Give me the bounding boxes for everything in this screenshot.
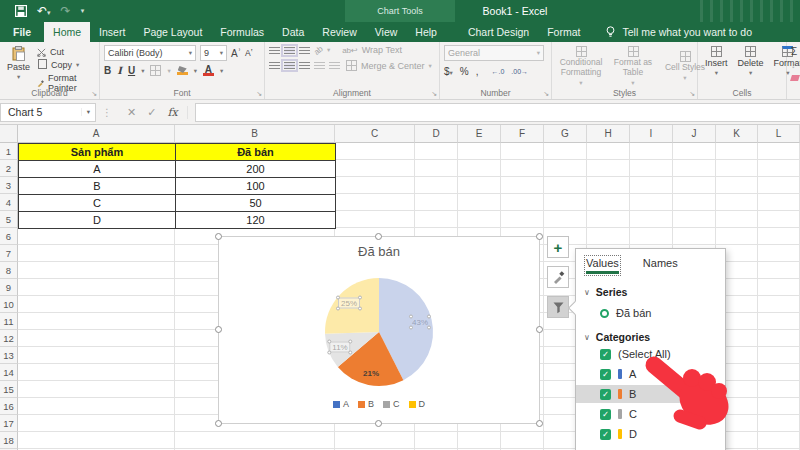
merge-center-button[interactable]: Merge & Center▾	[346, 60, 432, 71]
table-cell[interactable]: 50	[176, 195, 336, 212]
cut-button[interactable]: Cut	[37, 47, 95, 57]
tab-page-layout[interactable]: Page Layout	[134, 22, 211, 42]
row-header-2[interactable]: 2	[0, 160, 18, 177]
name-box-dropdown[interactable]: ▾	[81, 108, 95, 116]
row-header-6[interactable]: 6	[0, 228, 18, 245]
row-header-18[interactable]: 18	[0, 432, 18, 449]
styles-dialog-launcher[interactable]: ↘	[689, 90, 695, 98]
paste-dropdown[interactable]: ▾	[17, 73, 20, 81]
row-header-7[interactable]: 7	[0, 245, 18, 262]
tab-insert[interactable]: Insert	[90, 22, 134, 42]
series-section-header[interactable]: ∨Series	[584, 286, 725, 298]
tab-chart-design[interactable]: Chart Design	[459, 22, 538, 42]
select-all-corner[interactable]	[0, 125, 18, 143]
row-header-4[interactable]: 4	[0, 194, 18, 211]
number-dialog-launcher[interactable]: ↘	[543, 90, 549, 98]
checkbox-checked-icon[interactable]: ✓	[600, 409, 611, 420]
font-family-select[interactable]: Calibri (Body)▾	[104, 45, 196, 61]
align-bottom-icon[interactable]	[299, 47, 310, 54]
column-header-F[interactable]: F	[501, 125, 544, 143]
row-header-11[interactable]: 11	[0, 313, 18, 330]
tell-me-box[interactable]: Tell me what you want to do	[605, 22, 752, 42]
table-cell[interactable]: 100	[176, 178, 336, 195]
fill-color-button[interactable]	[177, 66, 188, 75]
font-color-button[interactable]: A	[203, 66, 214, 76]
legend-item-A[interactable]: A	[333, 399, 349, 409]
column-header-J[interactable]: J	[673, 125, 716, 143]
tab-names[interactable]: Names	[643, 257, 678, 274]
column-header-C[interactable]: C	[335, 125, 415, 143]
table-header-cell[interactable]: Đã bán	[176, 144, 336, 161]
tab-format[interactable]: Format	[538, 22, 589, 42]
underline-button[interactable]: U	[128, 65, 135, 76]
series-item[interactable]: Đã bán	[600, 307, 725, 319]
orientation-icon[interactable]: ab	[312, 44, 325, 57]
insert-cells-button[interactable]: Insert▾	[702, 45, 731, 78]
tab-home[interactable]: Home	[44, 22, 90, 42]
comma-style-button[interactable]: ,	[476, 66, 479, 77]
increase-decimal-button[interactable]: ←.0	[492, 68, 505, 75]
grow-font-button[interactable]: Aʾ	[231, 48, 241, 59]
fill-button[interactable]: ↓Fill	[791, 60, 800, 70]
chart-handle-top[interactable]	[375, 233, 382, 240]
row-header-5[interactable]: 5	[0, 211, 18, 228]
chart-area[interactable]: Đã bán 43%21%11%25% ABCD	[218, 236, 540, 424]
column-header-D[interactable]: D	[415, 125, 458, 143]
accounting-format-button[interactable]: $▾	[444, 66, 453, 77]
percent-style-button[interactable]: %	[460, 66, 469, 77]
table-cell[interactable]: B	[19, 178, 176, 195]
cancel-icon[interactable]: ✕	[127, 106, 136, 119]
checkbox-checked-icon[interactable]: ✓	[600, 349, 611, 360]
tab-data[interactable]: Data	[273, 22, 313, 42]
legend-item-B[interactable]: B	[358, 399, 374, 409]
increase-indent-icon[interactable]	[329, 62, 340, 69]
row-header-9[interactable]: 9	[0, 279, 18, 296]
table-cell[interactable]: A	[19, 161, 176, 178]
clipboard-dialog-launcher[interactable]: ↘	[91, 90, 97, 98]
row-header-8[interactable]: 8	[0, 262, 18, 279]
align-top-icon[interactable]	[269, 47, 280, 54]
align-center-icon[interactable]	[284, 62, 295, 69]
shrink-font-button[interactable]: Aʽ	[245, 48, 253, 58]
format-as-table-button[interactable]: Format as Table▾	[608, 45, 658, 88]
font-dialog-launcher[interactable]: ↘	[256, 90, 262, 98]
column-header-L[interactable]: L	[758, 125, 800, 143]
chart-handle-top-left[interactable]	[215, 233, 222, 240]
chart-handle-bottom-left[interactable]	[215, 420, 222, 427]
chart-title[interactable]: Đã bán	[219, 244, 539, 259]
italic-button[interactable]: I	[117, 65, 122, 76]
pie-data-label-B[interactable]: 21%	[363, 369, 379, 378]
tab-review[interactable]: Review	[313, 22, 365, 42]
conditional-formatting-button[interactable]: Conditional Formatting▾	[556, 45, 606, 88]
row-header-1[interactable]: 1	[0, 143, 18, 160]
row-header-13[interactable]: 13	[0, 347, 18, 364]
checkbox-checked-icon[interactable]: ✓	[600, 429, 611, 440]
chart-legend[interactable]: ABCD	[219, 399, 539, 409]
chart-handle-bottom-right[interactable]	[536, 420, 543, 427]
column-header-E[interactable]: E	[458, 125, 501, 143]
chart-handle-bottom[interactable]	[375, 420, 382, 427]
chart-handle-left[interactable]	[215, 326, 222, 333]
column-header-G[interactable]: G	[544, 125, 587, 143]
row-header-17[interactable]: 17	[0, 415, 18, 432]
tab-formulas[interactable]: Formulas	[211, 22, 273, 42]
borders-icon[interactable]	[150, 65, 161, 76]
tab-values[interactable]: Values	[586, 257, 619, 274]
formula-input[interactable]	[195, 103, 800, 122]
column-header-A[interactable]: A	[18, 125, 175, 143]
clear-button[interactable]: Clea	[791, 73, 800, 83]
copy-button[interactable]: Copy▾	[37, 60, 95, 70]
checkbox-checked-icon[interactable]: ✓	[600, 369, 611, 380]
align-middle-icon[interactable]	[284, 47, 295, 54]
column-header-H[interactable]: H	[587, 125, 630, 143]
chart-elements-button[interactable]: +	[547, 236, 569, 258]
number-format-select[interactable]: General▾	[444, 45, 544, 61]
qat-customize-icon[interactable]: ▾	[81, 7, 85, 15]
table-cell[interactable]: 120	[176, 212, 336, 229]
chart-filters-button[interactable]	[547, 296, 569, 318]
row-header-16[interactable]: 16	[0, 398, 18, 415]
chart-handle-top-right[interactable]	[536, 233, 543, 240]
row-header-14[interactable]: 14	[0, 364, 18, 381]
column-header-B[interactable]: B	[175, 125, 335, 143]
alignment-dialog-launcher[interactable]: ↘	[431, 90, 437, 98]
